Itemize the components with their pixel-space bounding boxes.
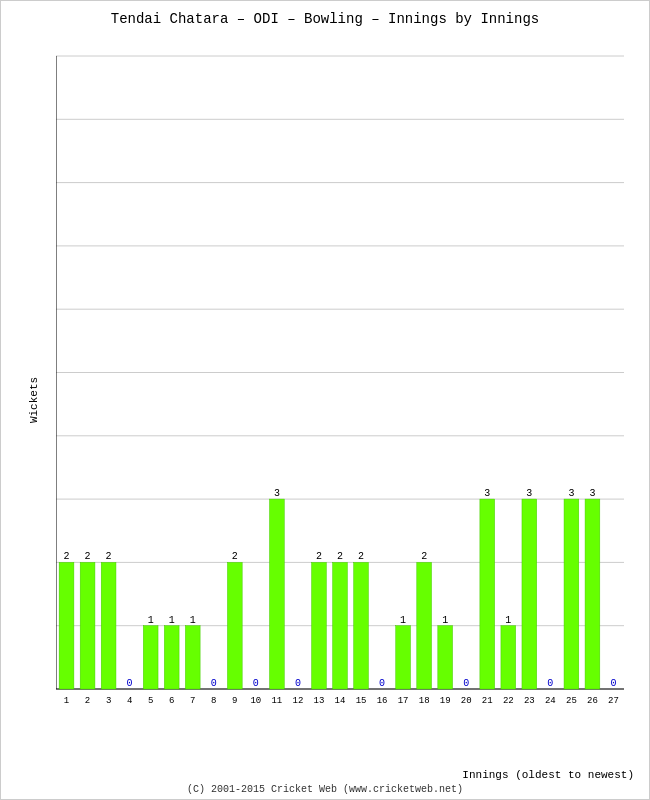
svg-text:13: 13 bbox=[314, 696, 325, 706]
svg-rect-41 bbox=[185, 626, 200, 689]
svg-text:19: 19 bbox=[440, 696, 451, 706]
svg-text:3: 3 bbox=[589, 488, 595, 499]
svg-text:1: 1 bbox=[148, 615, 154, 626]
svg-rect-27 bbox=[80, 562, 95, 689]
svg-text:14: 14 bbox=[335, 696, 346, 706]
svg-rect-78 bbox=[480, 499, 495, 689]
svg-text:2: 2 bbox=[85, 696, 90, 706]
svg-text:1: 1 bbox=[400, 615, 406, 626]
svg-text:0: 0 bbox=[211, 678, 217, 689]
svg-text:1: 1 bbox=[190, 615, 196, 626]
svg-text:10: 10 bbox=[250, 696, 261, 706]
svg-text:1: 1 bbox=[169, 615, 175, 626]
chart-svg: 0123456789102122230415161708290103110122… bbox=[56, 41, 634, 719]
svg-text:3: 3 bbox=[568, 488, 574, 499]
svg-text:2: 2 bbox=[421, 551, 427, 562]
svg-text:3: 3 bbox=[484, 488, 490, 499]
svg-rect-51 bbox=[270, 499, 285, 689]
svg-text:1: 1 bbox=[64, 696, 69, 706]
svg-text:1: 1 bbox=[442, 615, 448, 626]
svg-text:17: 17 bbox=[398, 696, 409, 706]
y-axis-label: Wickets bbox=[28, 377, 40, 423]
svg-rect-70 bbox=[417, 562, 432, 689]
svg-rect-46 bbox=[227, 562, 242, 689]
svg-rect-81 bbox=[501, 626, 516, 689]
svg-text:3: 3 bbox=[526, 488, 532, 499]
svg-text:0: 0 bbox=[547, 678, 553, 689]
x-axis-label: Innings (oldest to newest) bbox=[56, 769, 634, 781]
svg-text:0: 0 bbox=[610, 678, 616, 689]
svg-text:1: 1 bbox=[505, 615, 511, 626]
svg-text:0: 0 bbox=[127, 678, 133, 689]
svg-text:2: 2 bbox=[337, 551, 343, 562]
svg-rect-30 bbox=[101, 562, 116, 689]
svg-text:0: 0 bbox=[379, 678, 385, 689]
svg-text:2: 2 bbox=[85, 551, 91, 562]
svg-text:24: 24 bbox=[545, 696, 556, 706]
svg-rect-62 bbox=[354, 562, 369, 689]
svg-text:21: 21 bbox=[482, 696, 493, 706]
svg-rect-59 bbox=[333, 562, 348, 689]
svg-text:5: 5 bbox=[148, 696, 153, 706]
svg-text:0: 0 bbox=[253, 678, 259, 689]
svg-text:2: 2 bbox=[106, 551, 112, 562]
svg-rect-92 bbox=[585, 499, 600, 689]
svg-text:6: 6 bbox=[169, 696, 174, 706]
svg-text:4: 4 bbox=[127, 696, 132, 706]
svg-text:26: 26 bbox=[587, 696, 598, 706]
svg-rect-38 bbox=[164, 626, 179, 689]
svg-text:0: 0 bbox=[463, 678, 469, 689]
svg-text:18: 18 bbox=[419, 696, 430, 706]
svg-text:15: 15 bbox=[356, 696, 367, 706]
chart-container: Tendai Chatara – ODI – Bowling – Innings… bbox=[0, 0, 650, 800]
svg-text:0: 0 bbox=[295, 678, 301, 689]
svg-text:3: 3 bbox=[106, 696, 111, 706]
svg-text:22: 22 bbox=[503, 696, 514, 706]
svg-rect-24 bbox=[59, 562, 74, 689]
svg-text:8: 8 bbox=[211, 696, 216, 706]
svg-rect-56 bbox=[312, 562, 327, 689]
chart-area: 0123456789102122230415161708290103110122… bbox=[56, 41, 634, 719]
chart-title: Tendai Chatara – ODI – Bowling – Innings… bbox=[1, 1, 649, 32]
svg-text:2: 2 bbox=[64, 551, 70, 562]
svg-text:9: 9 bbox=[232, 696, 237, 706]
svg-text:25: 25 bbox=[566, 696, 577, 706]
svg-text:16: 16 bbox=[377, 696, 388, 706]
svg-rect-73 bbox=[438, 626, 453, 689]
svg-text:20: 20 bbox=[461, 696, 472, 706]
svg-rect-84 bbox=[522, 499, 537, 689]
svg-text:2: 2 bbox=[316, 551, 322, 562]
svg-text:2: 2 bbox=[358, 551, 364, 562]
svg-text:11: 11 bbox=[271, 696, 282, 706]
svg-text:23: 23 bbox=[524, 696, 535, 706]
svg-text:2: 2 bbox=[232, 551, 238, 562]
svg-text:7: 7 bbox=[190, 696, 195, 706]
svg-text:12: 12 bbox=[293, 696, 304, 706]
svg-rect-67 bbox=[396, 626, 411, 689]
svg-text:27: 27 bbox=[608, 696, 619, 706]
footer: (C) 2001-2015 Cricket Web (www.cricketwe… bbox=[1, 784, 649, 795]
svg-rect-35 bbox=[143, 626, 158, 689]
svg-rect-89 bbox=[564, 499, 579, 689]
svg-text:3: 3 bbox=[274, 488, 280, 499]
